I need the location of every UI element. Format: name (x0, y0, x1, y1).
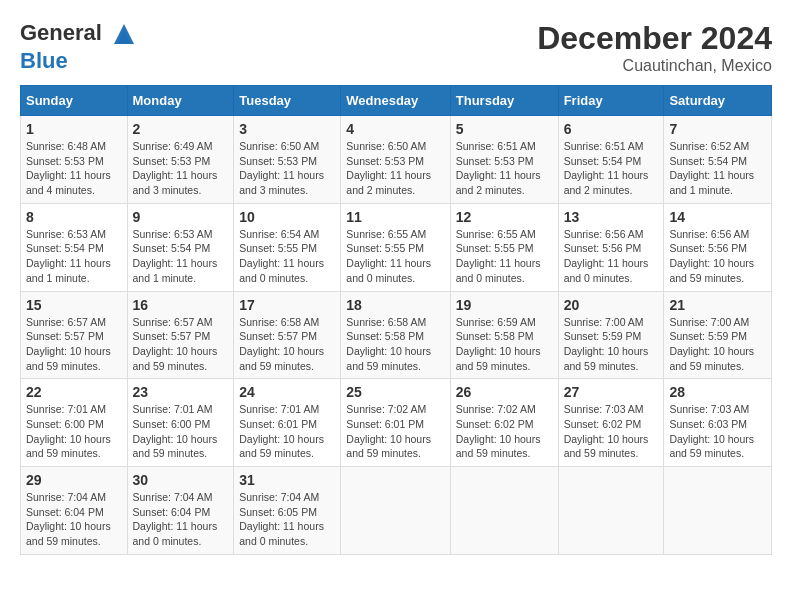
day-info: Sunrise: 7:01 AM Sunset: 6:01 PM Dayligh… (239, 402, 335, 461)
day-info: Sunrise: 7:04 AM Sunset: 6:04 PM Dayligh… (133, 490, 229, 549)
calendar-cell (450, 467, 558, 555)
day-info: Sunrise: 7:03 AM Sunset: 6:02 PM Dayligh… (564, 402, 659, 461)
day-info: Sunrise: 6:52 AM Sunset: 5:54 PM Dayligh… (669, 139, 766, 198)
day-number: 30 (133, 472, 229, 488)
day-number: 21 (669, 297, 766, 313)
subtitle: Cuautinchan, Mexico (537, 57, 772, 75)
day-info: Sunrise: 7:00 AM Sunset: 5:59 PM Dayligh… (669, 315, 766, 374)
day-number: 29 (26, 472, 122, 488)
calendar-cell: 26Sunrise: 7:02 AM Sunset: 6:02 PM Dayli… (450, 379, 558, 467)
logo-general: General (20, 20, 102, 45)
calendar-cell: 28Sunrise: 7:03 AM Sunset: 6:03 PM Dayli… (664, 379, 772, 467)
day-number: 24 (239, 384, 335, 400)
calendar-cell: 17Sunrise: 6:58 AM Sunset: 5:57 PM Dayli… (234, 291, 341, 379)
day-info: Sunrise: 7:03 AM Sunset: 6:03 PM Dayligh… (669, 402, 766, 461)
day-number: 25 (346, 384, 444, 400)
calendar-cell: 22Sunrise: 7:01 AM Sunset: 6:00 PM Dayli… (21, 379, 128, 467)
day-info: Sunrise: 7:00 AM Sunset: 5:59 PM Dayligh… (564, 315, 659, 374)
day-info: Sunrise: 6:55 AM Sunset: 5:55 PM Dayligh… (456, 227, 553, 286)
day-number: 4 (346, 121, 444, 137)
day-number: 9 (133, 209, 229, 225)
day-info: Sunrise: 6:56 AM Sunset: 5:56 PM Dayligh… (669, 227, 766, 286)
calendar-cell: 19Sunrise: 6:59 AM Sunset: 5:58 PM Dayli… (450, 291, 558, 379)
day-number: 27 (564, 384, 659, 400)
day-number: 6 (564, 121, 659, 137)
calendar-cell: 21Sunrise: 7:00 AM Sunset: 5:59 PM Dayli… (664, 291, 772, 379)
calendar-cell: 18Sunrise: 6:58 AM Sunset: 5:58 PM Dayli… (341, 291, 450, 379)
day-info: Sunrise: 6:56 AM Sunset: 5:56 PM Dayligh… (564, 227, 659, 286)
calendar-cell: 13Sunrise: 6:56 AM Sunset: 5:56 PM Dayli… (558, 203, 664, 291)
title-block: December 2024 Cuautinchan, Mexico (537, 20, 772, 75)
logo-blue: Blue (20, 48, 138, 74)
day-number: 23 (133, 384, 229, 400)
day-number: 26 (456, 384, 553, 400)
day-info: Sunrise: 6:54 AM Sunset: 5:55 PM Dayligh… (239, 227, 335, 286)
calendar-cell: 23Sunrise: 7:01 AM Sunset: 6:00 PM Dayli… (127, 379, 234, 467)
calendar-cell: 15Sunrise: 6:57 AM Sunset: 5:57 PM Dayli… (21, 291, 128, 379)
day-info: Sunrise: 7:02 AM Sunset: 6:02 PM Dayligh… (456, 402, 553, 461)
calendar-cell: 14Sunrise: 6:56 AM Sunset: 5:56 PM Dayli… (664, 203, 772, 291)
day-info: Sunrise: 7:04 AM Sunset: 6:05 PM Dayligh… (239, 490, 335, 549)
main-title: December 2024 (537, 20, 772, 57)
day-info: Sunrise: 6:57 AM Sunset: 5:57 PM Dayligh… (133, 315, 229, 374)
calendar-cell: 27Sunrise: 7:03 AM Sunset: 6:02 PM Dayli… (558, 379, 664, 467)
day-number: 14 (669, 209, 766, 225)
day-info: Sunrise: 7:01 AM Sunset: 6:00 PM Dayligh… (133, 402, 229, 461)
calendar-cell: 4Sunrise: 6:50 AM Sunset: 5:53 PM Daylig… (341, 116, 450, 204)
calendar-cell (664, 467, 772, 555)
calendar-cell: 7Sunrise: 6:52 AM Sunset: 5:54 PM Daylig… (664, 116, 772, 204)
day-number: 28 (669, 384, 766, 400)
calendar-cell: 24Sunrise: 7:01 AM Sunset: 6:01 PM Dayli… (234, 379, 341, 467)
day-info: Sunrise: 6:51 AM Sunset: 5:54 PM Dayligh… (564, 139, 659, 198)
day-number: 19 (456, 297, 553, 313)
day-number: 5 (456, 121, 553, 137)
calendar-cell: 31Sunrise: 7:04 AM Sunset: 6:05 PM Dayli… (234, 467, 341, 555)
calendar-week-row: 15Sunrise: 6:57 AM Sunset: 5:57 PM Dayli… (21, 291, 772, 379)
calendar-cell: 11Sunrise: 6:55 AM Sunset: 5:55 PM Dayli… (341, 203, 450, 291)
calendar-week-row: 22Sunrise: 7:01 AM Sunset: 6:00 PM Dayli… (21, 379, 772, 467)
day-info: Sunrise: 6:55 AM Sunset: 5:55 PM Dayligh… (346, 227, 444, 286)
column-header-wednesday: Wednesday (341, 86, 450, 116)
day-number: 17 (239, 297, 335, 313)
day-info: Sunrise: 6:57 AM Sunset: 5:57 PM Dayligh… (26, 315, 122, 374)
day-number: 11 (346, 209, 444, 225)
column-header-friday: Friday (558, 86, 664, 116)
calendar-cell: 30Sunrise: 7:04 AM Sunset: 6:04 PM Dayli… (127, 467, 234, 555)
calendar-table: SundayMondayTuesdayWednesdayThursdayFrid… (20, 85, 772, 555)
calendar-cell: 3Sunrise: 6:50 AM Sunset: 5:53 PM Daylig… (234, 116, 341, 204)
calendar-cell: 12Sunrise: 6:55 AM Sunset: 5:55 PM Dayli… (450, 203, 558, 291)
calendar-week-row: 8Sunrise: 6:53 AM Sunset: 5:54 PM Daylig… (21, 203, 772, 291)
calendar-cell: 1Sunrise: 6:48 AM Sunset: 5:53 PM Daylig… (21, 116, 128, 204)
day-number: 20 (564, 297, 659, 313)
day-number: 12 (456, 209, 553, 225)
day-info: Sunrise: 7:02 AM Sunset: 6:01 PM Dayligh… (346, 402, 444, 461)
column-header-thursday: Thursday (450, 86, 558, 116)
calendar-cell (558, 467, 664, 555)
day-info: Sunrise: 6:48 AM Sunset: 5:53 PM Dayligh… (26, 139, 122, 198)
column-header-sunday: Sunday (21, 86, 128, 116)
logo: General Blue (20, 20, 138, 74)
day-info: Sunrise: 6:58 AM Sunset: 5:58 PM Dayligh… (346, 315, 444, 374)
day-number: 15 (26, 297, 122, 313)
day-info: Sunrise: 6:49 AM Sunset: 5:53 PM Dayligh… (133, 139, 229, 198)
day-info: Sunrise: 6:58 AM Sunset: 5:57 PM Dayligh… (239, 315, 335, 374)
day-info: Sunrise: 6:53 AM Sunset: 5:54 PM Dayligh… (26, 227, 122, 286)
day-number: 8 (26, 209, 122, 225)
calendar-cell: 2Sunrise: 6:49 AM Sunset: 5:53 PM Daylig… (127, 116, 234, 204)
day-info: Sunrise: 6:59 AM Sunset: 5:58 PM Dayligh… (456, 315, 553, 374)
calendar-cell: 6Sunrise: 6:51 AM Sunset: 5:54 PM Daylig… (558, 116, 664, 204)
day-number: 2 (133, 121, 229, 137)
day-info: Sunrise: 7:01 AM Sunset: 6:00 PM Dayligh… (26, 402, 122, 461)
day-info: Sunrise: 6:50 AM Sunset: 5:53 PM Dayligh… (346, 139, 444, 198)
day-number: 3 (239, 121, 335, 137)
calendar-header-row: SundayMondayTuesdayWednesdayThursdayFrid… (21, 86, 772, 116)
calendar-cell: 5Sunrise: 6:51 AM Sunset: 5:53 PM Daylig… (450, 116, 558, 204)
logo-icon (110, 20, 138, 48)
calendar-cell: 10Sunrise: 6:54 AM Sunset: 5:55 PM Dayli… (234, 203, 341, 291)
calendar-week-row: 1Sunrise: 6:48 AM Sunset: 5:53 PM Daylig… (21, 116, 772, 204)
calendar-cell: 9Sunrise: 6:53 AM Sunset: 5:54 PM Daylig… (127, 203, 234, 291)
calendar-cell: 16Sunrise: 6:57 AM Sunset: 5:57 PM Dayli… (127, 291, 234, 379)
day-number: 1 (26, 121, 122, 137)
calendar-cell (341, 467, 450, 555)
calendar-cell: 29Sunrise: 7:04 AM Sunset: 6:04 PM Dayli… (21, 467, 128, 555)
